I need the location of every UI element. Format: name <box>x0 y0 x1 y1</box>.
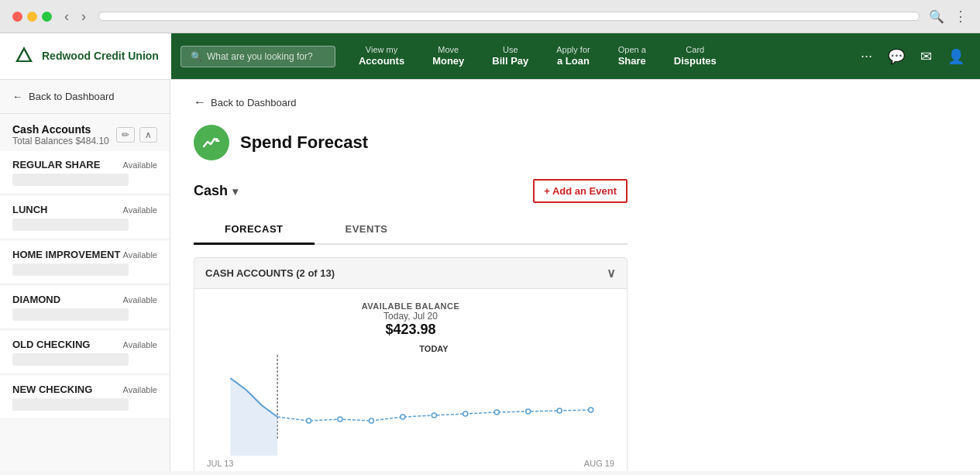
browser-search-icon: 🔍 <box>929 9 944 24</box>
app-header: Redwood Credit Union 🔍 What are you look… <box>0 33 980 80</box>
nav-item-money[interactable]: Move Money <box>418 33 478 79</box>
content-back-label: Back to Dashboard <box>211 97 297 108</box>
chart-today-label: TODAY <box>207 344 614 353</box>
sidebar-item-balance-bar <box>12 263 129 276</box>
cash-accounts-bar[interactable]: CASH ACCOUNTS (2 of 13) ∨ <box>194 257 628 289</box>
sidebar-item-balance-bar <box>12 174 129 186</box>
page-header: Spend Forecast <box>194 125 957 160</box>
chart-start-date: JUL 13 <box>207 459 233 468</box>
back-arrow-icon: ← <box>12 91 22 102</box>
sidebar-back-button[interactable]: ← Back to Dashboard <box>0 80 170 114</box>
back-arrow-icon: ← <box>194 95 206 109</box>
nav-icons: ··· 💬 ✉ 👤 <box>854 42 980 71</box>
nav-mail-button[interactable]: ✉ <box>914 42 938 71</box>
nav-item-loan[interactable]: Apply for a Loan <box>542 33 603 79</box>
sidebar-item-balance-bar <box>12 398 129 411</box>
tabs: FORECAST EVENTS <box>194 215 628 245</box>
svg-point-10 <box>494 410 499 415</box>
traffic-lights <box>12 12 52 22</box>
nav-search-icon: 🔍 <box>191 51 202 62</box>
add-event-button[interactable]: + Add an Event <box>533 179 628 203</box>
sidebar-section-actions: ✏ ∧ <box>116 127 157 143</box>
browser-nav: ‹ › <box>61 9 89 25</box>
browser-forward-button[interactable]: › <box>78 9 89 25</box>
maximize-button[interactable] <box>42 12 52 22</box>
content-back-link[interactable]: ← Back to Dashboard <box>194 95 957 109</box>
sidebar-item-diamond[interactable]: DIAMOND Available <box>0 286 170 329</box>
nav-profile-button[interactable]: 👤 <box>941 42 971 71</box>
cash-accounts-label: CASH ACCOUNTS (2 of 13) <box>205 267 335 279</box>
nav-bar: 🔍 What are you looking for? View my Acco… <box>171 33 980 79</box>
browser-chrome: ‹ › 🔍 ⋮ <box>0 0 980 33</box>
cash-dropdown[interactable]: Cash ▾ <box>194 183 238 199</box>
sidebar-section-header: Cash Accounts Total Balances $484.10 ✏ ∧ <box>0 114 170 150</box>
svg-point-5 <box>338 417 342 422</box>
sidebar-item-new-checking[interactable]: NEW CHECKING Available <box>0 376 170 419</box>
cash-dropdown-label: Cash <box>194 183 228 199</box>
nav-search[interactable]: 🔍 What are you looking for? <box>181 46 335 67</box>
nav-more-button[interactable]: ··· <box>854 42 879 71</box>
sidebar: ← Back to Dashboard Cash Accounts Total … <box>0 80 170 471</box>
nav-chat-button[interactable]: 💬 <box>882 42 911 71</box>
nav-item-accounts[interactable]: View my Accounts <box>345 33 418 79</box>
logo-text: Redwood Credit Union <box>42 50 159 63</box>
logo-icon <box>12 45 36 68</box>
sidebar-item-regular-share[interactable]: REGULAR SHARE Available <box>0 151 170 194</box>
page-icon <box>194 125 229 160</box>
minimize-button[interactable] <box>27 12 37 22</box>
page-title: Spend Forecast <box>240 133 368 153</box>
main-layout: ← Back to Dashboard Cash Accounts Total … <box>0 80 980 471</box>
sidebar-back-label: Back to Dashboard <box>29 91 115 102</box>
chart-container <box>207 355 614 456</box>
browser-back-button[interactable]: ‹ <box>61 9 72 25</box>
sidebar-edit-button[interactable]: ✏ <box>116 127 135 143</box>
chart-dates: JUL 13 AUG 19 <box>207 459 614 468</box>
svg-point-6 <box>369 418 373 423</box>
tab-events[interactable]: EVENTS <box>315 215 419 245</box>
nav-items: View my Accounts Move Money Use Bill Pay… <box>345 33 854 79</box>
sidebar-section-subtitle: Total Balances $484.10 <box>12 136 109 146</box>
logo-area: Redwood Credit Union <box>0 37 171 76</box>
browser-menu-icon: ⋮ <box>954 8 968 25</box>
dropdown-arrow-icon: ▾ <box>232 185 238 198</box>
chevron-down-icon: ∨ <box>607 266 616 281</box>
nav-item-disputes[interactable]: Card Disputes <box>660 33 731 79</box>
forecast-section: Cash ▾ + Add an Event FORECAST EVENTS CA… <box>194 179 628 471</box>
sidebar-section-title: Cash Accounts <box>12 123 109 136</box>
svg-point-9 <box>463 411 468 416</box>
nav-search-placeholder: What are you looking for? <box>207 51 313 62</box>
svg-point-8 <box>432 413 436 418</box>
svg-point-13 <box>589 408 593 412</box>
content-area: ← Back to Dashboard Spend Forecast <box>170 80 980 471</box>
nav-item-share[interactable]: Open a Share <box>604 33 660 79</box>
svg-point-12 <box>557 408 562 413</box>
svg-point-7 <box>401 415 405 419</box>
tab-forecast[interactable]: FORECAST <box>194 215 315 245</box>
sidebar-item-balance-bar <box>12 308 129 321</box>
forecast-toolbar: Cash ▾ + Add an Event <box>194 179 628 203</box>
chart-end-date: AUG 19 <box>584 459 614 468</box>
sidebar-item-balance-bar <box>12 353 129 366</box>
sidebar-collapse-button[interactable]: ∧ <box>139 127 157 143</box>
svg-point-11 <box>526 409 531 414</box>
chart-header: AVAILABLE BALANCE Today, Jul 20 $423.98 <box>207 301 614 338</box>
browser-address-bar[interactable] <box>98 12 920 21</box>
sidebar-section-info: Cash Accounts Total Balances $484.10 <box>12 123 109 146</box>
chart-area: AVAILABLE BALANCE Today, Jul 20 $423.98 … <box>194 289 628 471</box>
sidebar-item-lunch[interactable]: LUNCH Available <box>0 196 170 239</box>
close-button[interactable] <box>12 12 22 22</box>
nav-item-billpay[interactable]: Use Bill Pay <box>478 33 542 79</box>
sidebar-item-balance-bar <box>12 219 129 231</box>
sidebar-item-old-checking[interactable]: OLD CHECKING Available <box>0 331 170 374</box>
svg-point-4 <box>306 418 311 423</box>
sidebar-item-home-improvement[interactable]: HOME IMPROVEMENT Available <box>0 241 170 284</box>
